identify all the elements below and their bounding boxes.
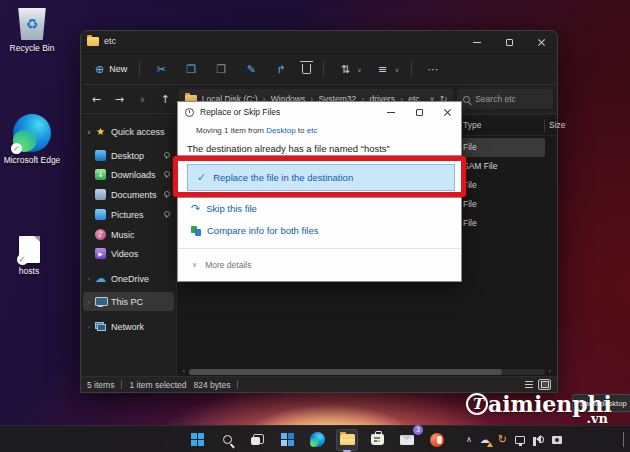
dialog-titlebar: Replace or Skip Files <box>178 102 461 122</box>
task-view-icon <box>251 434 264 445</box>
rename-icon[interactable]: ✎ <box>242 63 260 76</box>
camera-tray-icon[interactable] <box>552 436 562 444</box>
sidebar-item-videos[interactable]: ▶ Videos <box>83 244 174 263</box>
sidebar-item-quick-access[interactable]: ∨ ★ Quick access <box>83 122 174 141</box>
store-taskbar-button[interactable] <box>366 429 388 451</box>
up-button[interactable]: ↑ <box>156 93 175 106</box>
pin-icon <box>163 211 170 218</box>
downloads-icon: ↓ <box>95 169 106 180</box>
office-icon <box>430 433 444 447</box>
view-icon: ≡ <box>374 63 392 76</box>
scroll-left-icon[interactable]: ‹ <box>179 367 189 376</box>
column-header-type[interactable]: Type <box>463 120 481 130</box>
mail-taskbar-button[interactable]: 3 <box>396 429 418 451</box>
compare-icon <box>191 226 201 236</box>
sort-button[interactable]: ⇅ ∨ <box>336 63 361 76</box>
onedrive-cloud-icon: ☁ <box>95 273 106 284</box>
dialog-subtitle: Moving 1 item from Desktop to etc <box>196 126 317 135</box>
explorer-toolbar: ⊕ New ✂ ❐ ❒ ✎ ↱ ⇅ ∨ ≡ ∨ ⋯ <box>81 53 557 85</box>
explorer-tab-etc[interactable]: etc <box>87 36 116 46</box>
office-taskbar-button[interactable] <box>426 429 448 451</box>
pin-icon <box>163 171 170 178</box>
desktop-icon-recycle-bin[interactable]: ♻ Recycle Bin <box>1 8 63 53</box>
maximize-button[interactable] <box>493 31 525 53</box>
column-header-size[interactable]: Size <box>549 120 566 130</box>
music-icon: ♪ <box>95 229 106 240</box>
sidebar-item-desktop[interactable]: Desktop <box>83 146 174 165</box>
notification-badge: 3 <box>413 425 423 435</box>
desktop-icon-label: Microsoft Edge <box>1 155 63 165</box>
edge-taskbar-button[interactable] <box>306 429 328 451</box>
taskbar-search-button[interactable] <box>216 429 238 451</box>
sidebar-item-downloads[interactable]: ↓ Downloads <box>83 165 174 184</box>
link-desktop[interactable]: Desktop <box>266 126 295 135</box>
widgets-button[interactable] <box>276 429 298 451</box>
dialog-headline: The destination already has a file named… <box>187 143 390 154</box>
chevron-down-icon: ∨ <box>357 66 361 73</box>
copy-icon[interactable]: ❐ <box>182 63 200 76</box>
desktop-icon-microsoft-edge[interactable]: ✓ Microsoft Edge <box>1 114 63 165</box>
scrollbar-thumb[interactable] <box>189 369 502 375</box>
new-button[interactable]: ⊕ New <box>95 63 127 76</box>
recent-locations-button[interactable]: ∨ <box>133 95 152 104</box>
toolbar-divider <box>139 61 140 77</box>
mail-icon <box>400 435 414 445</box>
forward-button[interactable]: → <box>110 93 129 106</box>
sync-check-badge: ✓ <box>17 254 28 265</box>
sync-tray-icon[interactable]: ↻ <box>498 434 507 445</box>
file-page-icon: ✓ <box>19 236 40 263</box>
start-button[interactable] <box>186 429 208 451</box>
volume-tray-icon[interactable] <box>533 435 544 444</box>
search-icon <box>463 96 470 103</box>
dialog-minimize-button[interactable] <box>377 102 405 122</box>
hidden-icons-chevron[interactable]: ∧ <box>466 436 472 444</box>
recycle-glyph: ♻ <box>26 17 39 31</box>
task-view-button[interactable] <box>246 429 268 451</box>
onedrive-tray-icon[interactable]: ☁ <box>480 435 490 445</box>
chevron-down-icon: ∨ <box>192 261 197 269</box>
sidebar-item-network[interactable]: › Network <box>83 317 174 336</box>
share-icon[interactable]: ↱ <box>272 63 290 76</box>
delete-icon[interactable] <box>302 64 311 74</box>
desktop-icon-hosts[interactable]: ✓ hosts <box>0 236 60 276</box>
search-box[interactable]: Search etc <box>457 89 553 109</box>
this-pc-icon <box>95 296 106 307</box>
chevron-down-icon: ∨ <box>395 66 399 73</box>
show-desktop-button[interactable] <box>623 432 624 447</box>
scroll-right-icon[interactable]: › <box>545 367 555 376</box>
sidebar-item-documents[interactable]: Documents <box>83 185 174 204</box>
sidebar-item-pictures[interactable]: Pictures <box>83 205 174 224</box>
skip-icon: ↷ <box>191 203 200 214</box>
toolbar-divider <box>411 61 412 77</box>
option-compare-files[interactable]: Compare info for both files <box>191 225 318 236</box>
close-button[interactable] <box>525 31 557 53</box>
minimize-button[interactable] <box>461 31 493 53</box>
dialog-close-button[interactable] <box>433 102 461 122</box>
items-count: 5 items <box>87 380 114 390</box>
large-icons-view-button[interactable] <box>538 379 551 390</box>
selection-size: 824 bytes <box>194 380 231 390</box>
view-button[interactable]: ≡ ∨ <box>374 63 399 76</box>
dialog-maximize-button[interactable] <box>405 102 433 122</box>
link-etc[interactable]: etc <box>307 126 318 135</box>
chevron-down-icon: ∨ <box>83 128 95 135</box>
paste-icon[interactable]: ❒ <box>212 63 230 76</box>
more-details-toggle[interactable]: ∨ More details <box>178 248 461 281</box>
sidebar-item-onedrive[interactable]: › ☁ OneDrive <box>83 269 174 288</box>
pin-icon <box>163 152 170 159</box>
copy-dialog-icon <box>185 108 194 117</box>
dialog-title: Replace or Skip Files <box>200 107 280 117</box>
horizontal-scrollbar[interactable]: ‹ › <box>179 367 555 376</box>
display-tray-icon[interactable] <box>515 436 525 444</box>
file-explorer-taskbar-button[interactable] <box>336 429 358 451</box>
option-skip-file[interactable]: ↷ Skip this file <box>191 203 257 214</box>
status-bar: 5 items 1 item selected 824 bytes <box>81 376 557 392</box>
sidebar-item-music[interactable]: ♪ Music <box>83 225 174 244</box>
back-button[interactable]: ← <box>87 93 106 106</box>
cut-icon[interactable]: ✂ <box>152 63 170 76</box>
details-view-button[interactable] <box>522 379 535 390</box>
more-options-icon[interactable]: ⋯ <box>424 63 442 76</box>
column-divider[interactable] <box>544 119 545 132</box>
tab-title: etc <box>104 36 116 46</box>
sidebar-item-this-pc[interactable]: › This PC <box>83 292 174 311</box>
